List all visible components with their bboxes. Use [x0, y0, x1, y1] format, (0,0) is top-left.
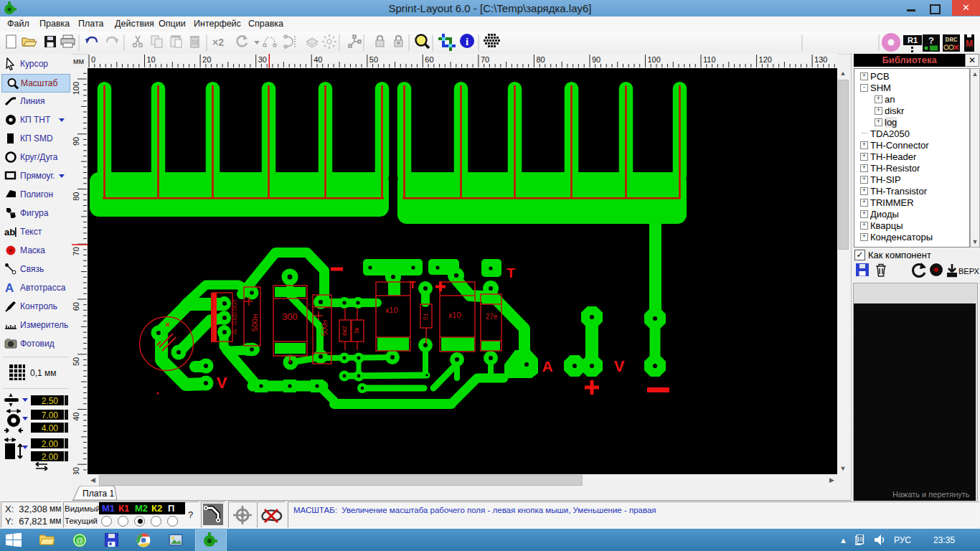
- svg-text:110: 110: [703, 55, 716, 64]
- svg-text:51: 51: [422, 313, 429, 320]
- svg-text:DRC: DRC: [945, 36, 957, 44]
- svg-text:A: A: [5, 281, 14, 294]
- svg-text:IN: IN: [232, 329, 238, 334]
- svg-text:ВЕРХ: ВЕРХ: [958, 267, 980, 276]
- svg-text:Т: Т: [410, 279, 416, 291]
- svg-text:30: 30: [258, 55, 267, 64]
- svg-text:90: 90: [592, 55, 600, 64]
- svg-text:500н: 500н: [250, 314, 259, 331]
- svg-text:A: A: [542, 358, 552, 375]
- svg-text:40: 40: [72, 413, 80, 421]
- svg-text:90: 90: [72, 137, 80, 146]
- svg-text:27е: 27е: [486, 313, 498, 321]
- svg-text:i: i: [466, 36, 468, 47]
- svg-text:80: 80: [536, 55, 545, 64]
- svg-text:40: 40: [314, 55, 322, 64]
- svg-text:6к2: 6к2: [341, 326, 348, 336]
- svg-text:GND: GND: [232, 312, 238, 325]
- svg-text:M: M: [966, 39, 973, 49]
- svg-text:70: 70: [72, 247, 80, 255]
- svg-text:к10: к10: [385, 306, 397, 314]
- svg-text:3к: 3к: [353, 327, 360, 334]
- svg-text:V: V: [217, 374, 227, 392]
- svg-text:60: 60: [425, 55, 433, 64]
- svg-text:50: 50: [72, 357, 80, 366]
- svg-text:V: V: [614, 357, 625, 375]
- svg-text:300: 300: [282, 311, 298, 322]
- svg-text:×2: ×2: [212, 37, 224, 48]
- svg-text:120: 120: [759, 55, 772, 64]
- svg-text:10: 10: [147, 55, 156, 64]
- svg-text:20: 20: [202, 55, 211, 64]
- svg-text:OUT: OUT: [232, 298, 238, 311]
- svg-text:80: 80: [72, 192, 80, 201]
- svg-text:Т: Т: [507, 265, 515, 281]
- svg-text:70: 70: [481, 55, 489, 64]
- svg-text:130: 130: [814, 55, 827, 64]
- svg-text:ab: ab: [4, 227, 15, 237]
- svg-text:60: 60: [72, 302, 80, 311]
- svg-text:100: 100: [72, 82, 80, 95]
- svg-text:0: 0: [91, 55, 95, 64]
- svg-text:50: 50: [369, 55, 378, 64]
- svg-text:Плата 1: Плата 1: [83, 489, 114, 499]
- svg-text:30: 30: [72, 467, 80, 474]
- svg-text:500н: 500н: [321, 320, 329, 336]
- svg-text:R1: R1: [908, 36, 918, 44]
- svg-text:@: @: [75, 536, 83, 545]
- svg-text:?: ?: [928, 35, 934, 46]
- svg-text:к10: к10: [448, 311, 461, 319]
- svg-text:100: 100: [648, 55, 661, 64]
